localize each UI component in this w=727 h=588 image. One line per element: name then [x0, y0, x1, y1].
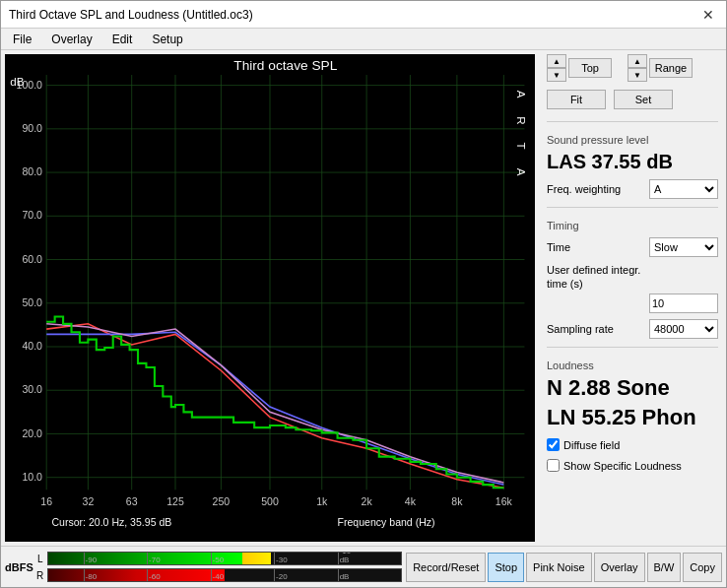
- close-button[interactable]: ✕: [698, 5, 718, 25]
- menu-setup[interactable]: Setup: [144, 31, 190, 48]
- sampling-rate-label: Sampling rate: [547, 323, 614, 335]
- diffuse-field-label: Diffuse field: [563, 439, 620, 451]
- range-up-button[interactable]: ▲: [628, 54, 647, 68]
- range-arrow-pair: ▲ ▼: [628, 54, 647, 82]
- svg-text:Cursor:  20.0 Hz, 35.95 dB: Cursor: 20.0 Hz, 35.95 dB: [51, 516, 171, 528]
- svg-text:32: 32: [83, 495, 95, 507]
- svg-text:60.0: 60.0: [22, 253, 42, 265]
- top-range-controls: ▲ ▼ Top ▲ ▼ Range: [547, 54, 718, 82]
- user-integ-row: User defined integr. time (s): [547, 263, 718, 313]
- menu-bar: File Overlay Edit Setup: [1, 29, 726, 50]
- stop-button[interactable]: Stop: [488, 553, 524, 582]
- menu-edit[interactable]: Edit: [104, 31, 141, 48]
- record-reset-button[interactable]: Record/Reset: [406, 553, 486, 582]
- top-up-button[interactable]: ▲: [547, 54, 566, 68]
- svg-text:Third octave SPL: Third octave SPL: [233, 58, 337, 73]
- chart-area: 100.0 90.0 80.0 70.0 60.0 50.0 40.0 30.0…: [5, 54, 535, 542]
- copy-button[interactable]: Copy: [683, 553, 722, 582]
- menu-overlay[interactable]: Overlay: [43, 31, 99, 48]
- time-row: Time Slow Fast: [547, 237, 718, 257]
- range-control-group: ▲ ▼ Range: [628, 54, 693, 82]
- svg-text:16k: 16k: [496, 495, 513, 507]
- freq-weighting-row: Freq. weighting A B C Z: [547, 179, 718, 199]
- divider-3: [547, 347, 718, 348]
- set-button[interactable]: Set: [614, 90, 673, 109]
- show-specific-label: Show Specific Loudness: [563, 460, 682, 472]
- meter-section: L -90 -70 -50 -30: [35, 551, 402, 583]
- loudness-section-label: Loudness: [547, 359, 718, 371]
- svg-text:T: T: [515, 143, 527, 150]
- menu-file[interactable]: File: [5, 31, 39, 48]
- show-specific-checkbox[interactable]: [547, 459, 560, 472]
- title-bar: Third Octave SPL and Loudness (Untitled.…: [1, 1, 726, 29]
- spl-section-label: Sound pressure level: [547, 134, 718, 146]
- svg-text:Frequency band (Hz): Frequency band (Hz): [338, 516, 435, 528]
- top-arrows: ▲ ▼ Top: [547, 54, 612, 82]
- svg-text:250: 250: [213, 495, 231, 507]
- divider-1: [547, 121, 718, 122]
- meter-row-l: L -90 -70 -50 -30: [35, 551, 402, 566]
- svg-text:70.0: 70.0: [22, 209, 42, 221]
- user-integ-label: User defined integr. time (s): [547, 263, 655, 292]
- bottom-bar: dBFS L -90 -70 -50: [1, 546, 726, 587]
- freq-weighting-select[interactable]: A B C Z: [649, 179, 718, 199]
- sampling-rate-select[interactable]: 48000 44100: [649, 319, 718, 339]
- action-buttons: Record/Reset Stop Pink Noise Overlay B/W…: [406, 553, 722, 582]
- svg-text:A: A: [515, 168, 527, 176]
- timing-section-label: Timing: [547, 220, 718, 231]
- svg-text:2k: 2k: [362, 495, 373, 507]
- svg-text:63: 63: [126, 495, 138, 507]
- svg-text:500: 500: [261, 495, 279, 507]
- svg-text:4k: 4k: [405, 495, 417, 507]
- channel-r-label: R: [35, 570, 45, 581]
- svg-text:50.0: 50.0: [22, 296, 42, 308]
- svg-text:40.0: 40.0: [22, 340, 42, 352]
- loudness-ln-value: LN 55.25 Phon: [547, 405, 718, 430]
- dbfs-label: dBFS: [5, 561, 33, 573]
- svg-text:80.0: 80.0: [22, 165, 42, 177]
- main-window: Third Octave SPL and Loudness (Untitled.…: [0, 0, 727, 588]
- freq-weighting-label: Freq. weighting: [547, 183, 621, 195]
- svg-text:8k: 8k: [451, 495, 463, 507]
- time-label: Time: [547, 241, 570, 253]
- loudness-n-value: N 2.88 Sone: [547, 375, 718, 401]
- svg-text:90.0: 90.0: [22, 122, 42, 134]
- range-button[interactable]: Range: [649, 58, 693, 78]
- top-control-group: ▲ ▼ Top: [547, 54, 612, 82]
- range-down-button[interactable]: ▼: [628, 68, 647, 82]
- top-down-button[interactable]: ▼: [547, 68, 566, 82]
- bw-button[interactable]: B/W: [647, 553, 682, 582]
- range-arrows: ▲ ▼ Range: [628, 54, 693, 82]
- top-arrow-pair: ▲ ▼: [547, 54, 566, 82]
- diffuse-field-checkbox[interactable]: [547, 438, 560, 451]
- divider-2: [547, 207, 718, 208]
- svg-text:dB: dB: [10, 76, 24, 88]
- window-title: Third Octave SPL and Loudness (Untitled.…: [9, 8, 253, 22]
- diffuse-field-row: Diffuse field: [547, 438, 718, 451]
- channel-l-label: L: [35, 554, 45, 564]
- right-panel: ▲ ▼ Top ▲ ▼ Range: [539, 50, 726, 546]
- user-integ-input[interactable]: [649, 294, 718, 313]
- svg-text:30.0: 30.0: [22, 383, 42, 395]
- time-select[interactable]: Slow Fast: [649, 237, 718, 257]
- svg-text:R: R: [515, 116, 527, 124]
- svg-text:20.0: 20.0: [22, 427, 42, 439]
- top-button[interactable]: Top: [568, 58, 612, 78]
- svg-text:10.0: 10.0: [22, 471, 42, 483]
- pink-noise-button[interactable]: Pink Noise: [526, 553, 592, 582]
- main-content: 100.0 90.0 80.0 70.0 60.0 50.0 40.0 30.0…: [1, 50, 726, 546]
- chart-svg: 100.0 90.0 80.0 70.0 60.0 50.0 40.0 30.0…: [5, 54, 535, 542]
- spl-value: LAS 37.55 dB: [547, 150, 718, 173]
- overlay-button[interactable]: Overlay: [594, 553, 645, 582]
- sampling-rate-row: Sampling rate 48000 44100: [547, 319, 718, 339]
- svg-text:A: A: [515, 91, 527, 98]
- svg-text:16: 16: [40, 495, 52, 507]
- svg-text:1k: 1k: [316, 495, 328, 507]
- show-specific-row: Show Specific Loudness: [547, 459, 718, 472]
- fit-button[interactable]: Fit: [547, 90, 606, 109]
- svg-text:125: 125: [166, 495, 184, 507]
- meter-row-r: R -80 -60 -40 -20 dB: [35, 567, 402, 583]
